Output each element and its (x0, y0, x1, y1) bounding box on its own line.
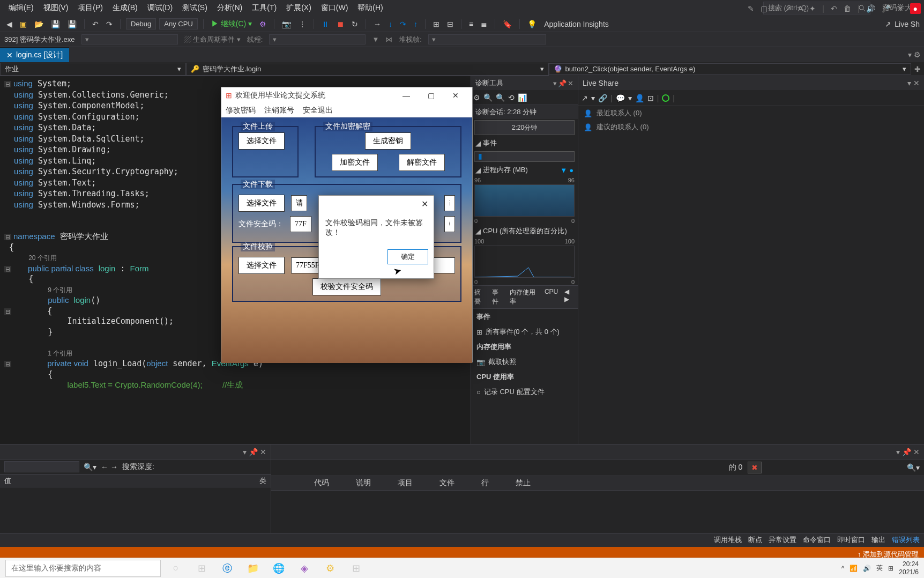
chat-icon[interactable]: 💬 (616, 94, 625, 102)
tab-memory[interactable]: 内存使用率 (506, 286, 541, 308)
menu-debug[interactable]: 调试(D) (143, 1, 177, 15)
menu-exit[interactable]: 安全退出 (303, 106, 333, 115)
gear-icon[interactable]: ⚙ (473, 93, 480, 102)
tab-immediate[interactable]: 即时窗口 (837, 535, 865, 545)
zoomin-icon[interactable]: 🔍 (483, 93, 493, 102)
ime-icon[interactable]: ⊞ (888, 565, 893, 572)
network-icon[interactable]: 📶 (850, 565, 858, 572)
delete-icon[interactable]: 🗑 (844, 4, 851, 13)
continue-button[interactable]: ▶ 继续(C) ▾ (209, 18, 254, 30)
menu-window[interactable]: 窗口(W) (317, 1, 353, 15)
close-icon[interactable]: ✕ (568, 79, 573, 87)
app1-icon[interactable]: ⚙ (319, 560, 341, 576)
saveall-icon[interactable]: 💾 (65, 19, 79, 29)
close-icon[interactable]: ✕ (897, 4, 904, 13)
thread-combo[interactable]: ▾ (269, 34, 366, 45)
square-icon[interactable]: ▢ (761, 4, 767, 13)
menu-test[interactable]: 测试(S) (178, 1, 212, 15)
reset-icon[interactable]: ⟲ (508, 93, 515, 102)
cortana-icon[interactable]: ○ (165, 560, 187, 576)
pin-icon[interactable]: 📌 (558, 79, 567, 87)
close-tab-icon[interactable]: ✕ (6, 51, 13, 60)
thread-icon[interactable]: ⋈ (385, 35, 392, 43)
tab-login-designer[interactable]: ✕ login.cs [设计] (0, 47, 69, 62)
volume-icon[interactable]: 🔊 (866, 4, 875, 13)
app2-icon[interactable]: ⊞ (345, 560, 367, 576)
link-icon[interactable]: 🔗 (598, 94, 607, 102)
vs-icon[interactable]: ◈ (294, 560, 315, 576)
screenshot-icon[interactable]: 📷 (280, 19, 293, 29)
code1-input[interactable] (290, 216, 311, 232)
tab-exceptions[interactable]: 异常设置 (769, 535, 796, 545)
menu-logout[interactable]: 注销账号 (264, 106, 294, 115)
snapshot-row[interactable]: 📷截取快照 (471, 355, 578, 369)
bulb-icon[interactable]: 💡 (525, 19, 539, 29)
download-select-button[interactable]: 选择文件 (239, 195, 285, 212)
chart-icon[interactable]: 📊 (518, 93, 527, 102)
search-icon[interactable]: 🔍▾ (84, 463, 96, 471)
bookmark-icon[interactable]: 🔖 (501, 19, 514, 29)
tab-cpu[interactable]: CPU (541, 286, 561, 308)
edge-icon[interactable]: ⓔ (217, 560, 238, 576)
menu-tools[interactable]: 工具(T) (248, 1, 281, 15)
process-combo[interactable]: ▾ (81, 34, 178, 45)
align-icon[interactable]: ≡ (467, 19, 475, 29)
edit-icon[interactable]: ✎ (748, 4, 754, 13)
stepout-icon[interactable]: ↑ (412, 19, 420, 29)
all-events-row[interactable]: ⊞所有事件(0 个，共 0 个) (471, 325, 578, 339)
menu-change-pwd[interactable]: 修改密码 (226, 106, 256, 115)
arrow-icon[interactable]: ↗ (785, 4, 792, 13)
minimize-button[interactable]: — (394, 87, 419, 103)
suggested-contacts[interactable]: 👤建议的联系人 (0) (578, 120, 924, 134)
error-badge[interactable]: ✖ (748, 462, 762, 473)
stepinto-icon[interactable]: ↓ (386, 19, 394, 29)
new-icon[interactable]: ▣ (18, 19, 29, 29)
msgbox-close-icon[interactable]: ✕ (421, 199, 428, 209)
undo-icon[interactable]: ↶ (90, 19, 101, 29)
gear-icon[interactable]: ⚙ (914, 50, 921, 59)
open-icon[interactable]: 📂 (32, 19, 46, 29)
zoomout-icon[interactable]: 🔍 (496, 93, 505, 102)
user-icon[interactable]: 👤 (635, 94, 644, 102)
more-icon[interactable]: ⋮ (296, 19, 308, 29)
mic-icon[interactable]: 🎤 (882, 4, 891, 13)
maximize-button[interactable]: ▢ (419, 87, 443, 103)
grid-icon[interactable]: ⊞ (431, 19, 442, 29)
gen-key-button[interactable]: 生成密钥 (365, 132, 411, 150)
method-combo[interactable]: 🔮button2_Click(object sender, EventArgs … (549, 63, 911, 75)
filter-icon[interactable]: ▼ (372, 35, 379, 43)
taskbar-search[interactable]: 在这里输入你要搜索的内容 (5, 560, 161, 577)
tool-icon[interactable]: ⚙ (257, 19, 269, 29)
explorer-icon[interactable]: 📁 (242, 560, 264, 576)
tab-events[interactable]: 事件 (489, 286, 506, 308)
chrome-icon[interactable]: 🌐 (268, 560, 289, 576)
tab-breakpoints[interactable]: 断点 (748, 535, 762, 545)
tab-error-list[interactable]: 错误列表 (892, 535, 920, 545)
stepover-icon[interactable]: ↷ (398, 19, 408, 29)
namespace-combo[interactable]: 作业▾ (0, 63, 186, 76)
ime-label[interactable]: 英 (876, 564, 883, 573)
undo-icon[interactable]: ↶ (831, 4, 837, 13)
liveshare-label[interactable]: Live Sh (895, 20, 920, 28)
download-hint-input[interactable] (291, 195, 307, 211)
menu-build[interactable]: 生成(B) (108, 1, 142, 15)
grid2-icon[interactable]: ⊟ (445, 19, 456, 29)
share-icon[interactable]: ↗ (582, 94, 588, 102)
config-combo[interactable]: Debug (126, 18, 156, 29)
magic-icon[interactable]: ✦ (809, 4, 816, 13)
circle-icon[interactable]: ○ (774, 4, 778, 13)
search-icon[interactable]: 🔍▾ (907, 463, 920, 472)
focus-icon[interactable]: ⊡ (647, 94, 654, 102)
encrypt-button[interactable]: 加密文件 (332, 154, 378, 171)
tab-command[interactable]: 命令窗口 (803, 535, 831, 545)
split-icon[interactable]: ✚ (911, 65, 924, 73)
menu-project[interactable]: 项目(P) (73, 1, 107, 15)
stackframe-combo[interactable]: ▾ (428, 34, 546, 45)
stop-icon[interactable]: ⏹ (334, 19, 346, 29)
tab-callstack[interactable]: 调用堆栈 (714, 535, 742, 545)
align2-icon[interactable]: ≣ (479, 19, 489, 29)
watch-search[interactable] (4, 461, 79, 472)
redo-icon[interactable]: ↷ (104, 19, 115, 29)
menu-help[interactable]: 帮助(H) (353, 1, 387, 15)
record-cpu-row[interactable]: ○记录 CPU 配置文件 (471, 385, 578, 399)
